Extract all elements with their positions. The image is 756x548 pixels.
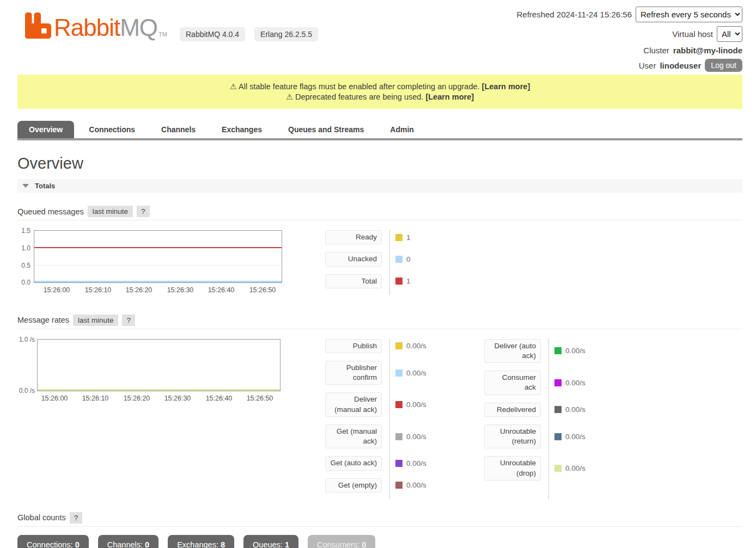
consumers-count-badge[interactable]: Consumers: 0 [308,535,375,548]
rabbitmq-logo[interactable]: RabbitMQ TM [25,12,167,39]
rates-xtick: 15:26:50 [247,395,273,402]
deliver-manual-ack-value: 0.00/s [406,401,426,409]
tab-exchanges[interactable]: Exchanges [210,121,273,138]
legend-row-publisher-confirm: Publisher confirm 0.00/s [325,361,456,385]
learn-more-link-2[interactable]: [Learn more] [425,93,474,101]
unroutable-drop-value: 0.00/s [565,464,586,472]
tab-overview[interactable]: Overview [17,121,74,138]
total-value: 1 [406,277,411,285]
virtual-host-label: Virtual host [672,29,713,39]
queues-count-badge[interactable]: Queues: 1 [243,535,298,548]
consumer-ack-color-swatch [554,379,562,386]
header-controls: Refreshed 2024-11-24 15:26:56 Refresh ev… [516,7,742,76]
banner-line-deprecated: ⚠ Deprecated features are being used. [L… [23,92,737,102]
queued-ytick: 1.0 [17,244,31,252]
legend-divider [389,230,390,295]
legend-row-ready: Ready 1 [325,230,461,244]
queued-xtick: 15:26:00 [44,286,70,294]
ready-value: 1 [406,233,411,242]
totals-section-header[interactable]: Totals [17,179,742,193]
get-auto-ack-value: 0.00/s [406,459,426,467]
learn-more-link-1[interactable]: [Learn more] [482,82,531,91]
user-name: linodeuser [660,61,701,70]
queued-ytick: 0.5 [17,262,31,269]
legend-label-unroutable-return: Unroutable (return) [484,424,541,448]
queued-messages-chart: 1.5 1.0 0.5 0.0 15:26:00 15:26:10 15:26:… [17,230,298,296]
global-counts-section: Global counts ? Connections: 0 Channels:… [17,512,742,548]
banner-line-feature-flags: ⚠ All stable feature flags must be enabl… [23,82,737,92]
rates-period-pill[interactable]: last minute [73,315,118,326]
legend-label-deliver-auto-ack: Deliver (auto ack) [484,339,541,363]
queued-help-icon[interactable]: ? [137,206,150,217]
global-counts-heading: Global counts ? [17,512,742,527]
total-series-line [34,247,282,248]
tab-admin[interactable]: Admin [379,121,425,138]
publisher-confirm-value: 0.00/s [406,369,426,377]
unacked-color-swatch [395,256,403,263]
legend-row-total: Total 1 [325,274,461,288]
legend-row-publish: Publish 0.00/s [325,339,456,353]
unacked-series-line [34,281,282,282]
queued-period-pill[interactable]: last minute [88,206,133,217]
rates-xtick: 15:26:10 [82,395,109,402]
unroutable-drop-color-swatch [554,465,562,472]
unroutable-return-value: 0.00/s [565,433,586,441]
legend-divider [389,339,390,499]
legend-row-consumer-ack: Consumer ack 0.00/s [484,371,615,395]
rates-ytick: 1.0 /s [17,336,35,343]
legend-row-get-empty: Get (empty) 0.00/s [325,478,456,492]
rates-xtick: 15:26:20 [124,395,150,402]
warning-icon: ⚠ All stable feature flags must be enabl… [230,82,480,91]
logout-button[interactable]: Log out [705,59,742,72]
legend-label-unroutable-drop: Unroutable (drop) [484,456,541,480]
channels-count-badge[interactable]: Channels: 0 [98,535,158,548]
legend-row-unroutable-return: Unroutable (return) 0.00/s [484,424,615,448]
totals-section-title: Totals [35,182,55,190]
refresh-interval-select[interactable]: Refresh every 5 seconds [636,7,742,22]
rates-x-axis: 15:26:00 15:26:10 15:26:20 15:26:30 15:2… [37,391,281,402]
main-nav-tabs: Overview Connections Channels Exchanges … [17,121,742,140]
legend-label-redelivered: Redelivered [484,403,541,417]
message-rates-chart: 1.0 /s 0.0 /s 15:26:00 15:26:10 15:26:20… [17,339,298,500]
header: RabbitMQ TM RabbitMQ 4.0.4 Erlang 26.2.5… [0,0,756,75]
legend-row-redelivered: Redelivered 0.00/s [484,403,615,417]
ready-color-swatch [395,234,403,241]
queued-legend: Ready 1 Unacked 0 Total 1 [325,230,461,296]
deliver-manual-ack-color-swatch [395,401,403,408]
queued-xtick: 15:26:10 [85,286,112,294]
collapse-triangle-icon [22,184,29,188]
connections-count-badge[interactable]: Connections: 0 [17,535,89,548]
redelivered-value: 0.00/s [565,405,586,414]
tab-channels[interactable]: Channels [150,121,207,138]
legend-label-ready: Ready [325,230,382,244]
rates-xtick: 15:26:30 [164,395,191,402]
page-title: Overview [17,155,742,173]
message-rates-title: Message rates [17,316,69,324]
tab-connections[interactable]: Connections [77,121,147,138]
queued-xtick: 15:26:30 [167,286,194,294]
queued-x-axis: 15:26:00 15:26:10 15:26:20 15:26:30 15:2… [34,283,282,294]
queued-ytick: 1.5 [17,227,31,235]
rates-xtick: 15:26:00 [41,395,68,402]
virtual-host-select[interactable]: All [717,26,742,42]
publish-value: 0.00/s [406,342,426,350]
queued-messages-title: Queued messages [17,207,84,216]
erlang-version-badge: Erlang 26.2.5.5 [254,27,318,41]
legend-label-publisher-confirm: Publisher confirm [325,361,382,385]
queued-messages-section: Queued messages last minute ? 1.5 1.0 0.… [17,206,742,296]
rabbitmq-logo-icon [25,12,52,39]
deliver-auto-ack-color-swatch [554,347,562,354]
legend-label-get-manual-ack: Get (manual ack) [325,424,382,448]
global-counts-title: Global counts [17,513,66,522]
redelivered-color-swatch [554,406,562,413]
tab-queues-and-streams[interactable]: Queues and Streams [277,121,375,138]
rates-help-icon[interactable]: ? [122,315,135,326]
deliver-auto-ack-value: 0.00/s [565,347,586,355]
queued-plot-area [34,230,282,283]
global-counts-help-icon[interactable]: ? [70,512,83,524]
unacked-value: 0 [406,255,411,263]
legend-row-get-auto-ack: Get (auto ack) 0.00/s [325,456,456,470]
version-badges: RabbitMQ 4.0.4 Erlang 26.2.5.5 [180,27,318,41]
legend-label-unacked: Unacked [325,252,382,266]
exchanges-count-badge[interactable]: Exchanges: 8 [168,535,234,548]
